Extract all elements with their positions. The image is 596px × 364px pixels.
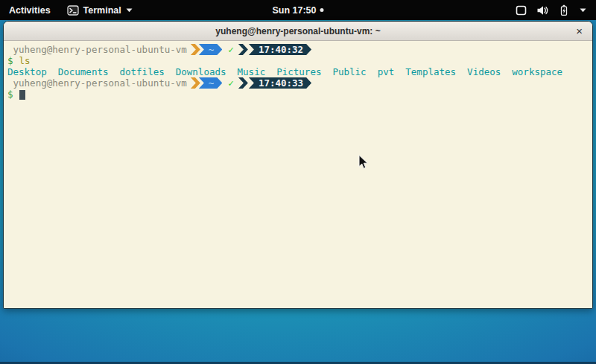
prompt-line: yuheng@henry-personal-ubuntu-vm ~ ✓ 17:4… xyxy=(7,77,589,89)
terminal-icon xyxy=(67,5,79,16)
prompt-user: yuheng@henry-personal-ubuntu-vm xyxy=(7,44,187,55)
activities-button[interactable]: Activities xyxy=(0,0,60,20)
app-menu-label: Terminal xyxy=(83,5,121,16)
clock-menu[interactable]: Sun 17:50 xyxy=(272,0,323,20)
powerline-arrow-icon xyxy=(191,77,200,89)
command-line: $ls xyxy=(7,55,589,66)
notification-dot-icon xyxy=(320,8,324,12)
input-line[interactable]: $ xyxy=(7,89,589,100)
ls-output: Desktop Documents dotfiles Downloads Mus… xyxy=(7,66,589,77)
powerline-arrow-icon xyxy=(238,44,248,55)
status-check-icon: ✓ xyxy=(228,44,234,55)
window-title: yuheng@henry-personal-ubuntu-vm: ~ xyxy=(215,26,380,36)
command-text: ls xyxy=(19,55,31,66)
clock-label: Sun 17:50 xyxy=(272,5,316,16)
battery-charging-icon xyxy=(558,4,570,16)
prompt-line: yuheng@henry-personal-ubuntu-vm ~ ✓ 17:4… xyxy=(7,44,589,55)
terminal-content[interactable]: yuheng@henry-personal-ubuntu-vm ~ ✓ 17:4… xyxy=(4,41,592,308)
powerline-arrow-icon xyxy=(238,77,248,89)
app-menu[interactable]: Terminal xyxy=(60,0,140,20)
system-menu[interactable] xyxy=(506,0,596,20)
status-check-icon: ✓ xyxy=(228,77,234,89)
top-bar: Activities Terminal Sun 17:50 xyxy=(0,0,596,20)
display-icon xyxy=(516,5,527,16)
prompt-symbol: $ xyxy=(7,89,13,100)
close-button[interactable]: × xyxy=(576,25,583,36)
prompt-cwd-badge: ~ xyxy=(199,44,223,55)
prompt-time-badge: 17:40:33 xyxy=(249,77,311,89)
chevron-down-icon xyxy=(580,8,586,13)
prompt-cwd-badge: ~ xyxy=(199,77,223,89)
volume-icon xyxy=(536,5,548,16)
prompt-symbol: $ xyxy=(7,55,13,66)
prompt-user: yuheng@henry-personal-ubuntu-vm xyxy=(7,77,187,89)
terminal-cursor xyxy=(19,90,25,100)
chevron-down-icon xyxy=(126,8,133,13)
prompt-time-badge: 17:40:32 xyxy=(249,44,311,55)
powerline-arrow-icon xyxy=(191,44,200,55)
terminal-window: yuheng@henry-personal-ubuntu-vm: ~ × yuh… xyxy=(3,21,593,309)
titlebar[interactable]: yuheng@henry-personal-ubuntu-vm: ~ × xyxy=(4,22,592,41)
